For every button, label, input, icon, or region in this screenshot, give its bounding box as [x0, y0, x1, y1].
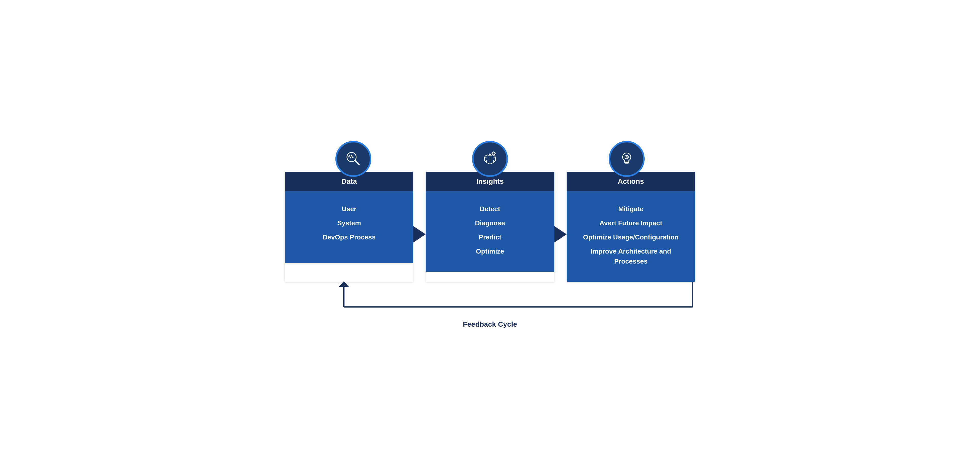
data-card-body: User System DevOps Process: [285, 191, 413, 263]
insights-item-optimize: Optimize: [476, 246, 504, 257]
svg-point-17: [626, 156, 627, 158]
data-item-system: System: [337, 218, 361, 228]
arrow-right-icon-2: [554, 226, 567, 242]
actions-card-body: Mitigate Avert Future Impact Optimize Us…: [567, 191, 695, 282]
svg-line-10: [495, 154, 495, 155]
insights-icon-container: [422, 136, 558, 172]
arrow-right-icon-1: [413, 226, 426, 242]
data-header-title: Data: [341, 177, 357, 185]
data-item-user: User: [342, 204, 357, 214]
actions-item-avert: Avert Future Impact: [600, 218, 662, 228]
actions-card: Actions Mitigate Avert Future Impact Opt…: [567, 172, 695, 282]
actions-item-optimize: Optimize Usage/Configuration: [583, 232, 679, 242]
icons-row: [285, 136, 695, 172]
arrow-insights-to-actions: [554, 172, 567, 282]
actions-item-improve: Improve Architecture and Processes: [574, 246, 687, 266]
actions-icon-container: [558, 136, 695, 172]
brain-gear-icon: [481, 150, 499, 168]
data-card: Data User System DevOps Process: [285, 172, 413, 282]
svg-marker-29: [339, 281, 349, 287]
arrow-data-to-insights: [413, 172, 426, 282]
feedback-area: Feedback Cycle: [285, 282, 695, 328]
full-diagram: Data User System DevOps Process Insights…: [285, 136, 695, 328]
feedback-svg: [285, 281, 695, 317]
insights-card-body: Detect Diagnose Predict Optimize: [426, 191, 554, 272]
actions-item-mitigate: Mitigate: [618, 204, 643, 214]
data-circle-icon: [336, 141, 371, 177]
insights-header-title: Insights: [476, 177, 504, 185]
lightbulb-gear-icon: [618, 150, 636, 168]
magnifier-pulse-icon: [344, 150, 362, 168]
insights-card: Insights Detect Diagnose Predict Optimiz…: [426, 172, 554, 282]
svg-line-11: [492, 154, 493, 155]
data-icon-container: [285, 136, 422, 172]
main-content: Data User System DevOps Process Insights…: [285, 172, 695, 282]
actions-header-title: Actions: [618, 177, 644, 185]
data-item-devops: DevOps Process: [323, 232, 375, 242]
insights-item-predict: Predict: [479, 232, 501, 242]
diagram-wrapper: Data User System DevOps Process Insights…: [285, 136, 695, 328]
feedback-cycle-label: Feedback Cycle: [463, 320, 517, 328]
insights-item-diagnose: Diagnose: [475, 218, 505, 228]
actions-circle-icon: [609, 141, 644, 177]
svg-point-4: [493, 153, 494, 154]
insights-item-detect: Detect: [480, 204, 500, 214]
insights-circle-icon: [472, 141, 508, 177]
svg-line-1: [355, 160, 359, 165]
